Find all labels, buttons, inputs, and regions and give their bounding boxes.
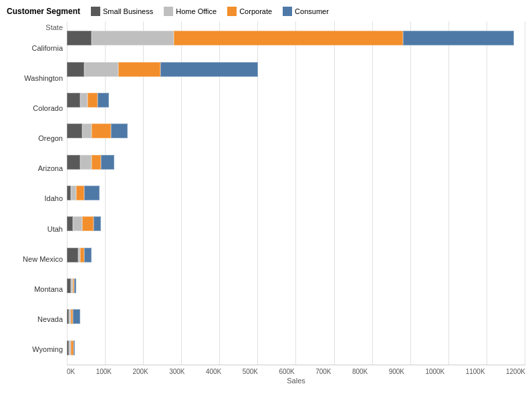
bar-oregon-home xyxy=(82,124,92,138)
x-tick-2: 200K xyxy=(132,368,148,375)
bar-california-corporate xyxy=(174,31,403,45)
bar-idaho-home xyxy=(71,186,77,200)
bar-california-small xyxy=(67,31,92,45)
x-tick-12: 1200K xyxy=(506,368,525,375)
bar-row-colorado xyxy=(67,93,525,108)
bar-row-wyoming xyxy=(67,341,525,355)
x-axis: 0K100K200K300K400K500K600K700K800K900K10… xyxy=(67,365,525,391)
bar-washington-home xyxy=(84,62,118,77)
bar-utah-consumer xyxy=(94,216,101,231)
bar-california-home xyxy=(92,31,174,45)
legend: Customer Segment Small Business Home Off… xyxy=(7,7,525,16)
x-tick-4: 400K xyxy=(206,368,221,375)
bar-idaho-consumer xyxy=(84,186,100,200)
bar-oregon-corporate xyxy=(92,124,111,138)
bar-row-utah xyxy=(67,216,525,231)
y-label-washington: Washington xyxy=(7,75,67,82)
home-office-swatch xyxy=(164,7,173,16)
corporate-swatch xyxy=(227,7,237,16)
y-axis-state-header: State xyxy=(7,21,67,33)
y-label-new-mexico: New Mexico xyxy=(7,256,67,263)
legend-item-corporate: Corporate xyxy=(227,7,272,16)
y-label-montana: Montana xyxy=(7,286,67,293)
y-label-colorado: Colorado xyxy=(7,105,67,112)
bar-arizona-small xyxy=(67,155,80,170)
bar-row-montana xyxy=(67,278,525,293)
bar-colorado-home xyxy=(80,93,88,108)
legend-item-home: Home Office xyxy=(164,7,217,16)
bar-washington-corporate xyxy=(118,62,160,77)
x-tick-1: 100K xyxy=(96,368,112,375)
y-labels-states: CaliforniaWashingtonColoradoOregonArizon… xyxy=(7,33,67,365)
legend-label-home: Home Office xyxy=(176,7,217,15)
bar-montana-consumer xyxy=(74,278,76,293)
y-axis-labels: StateCaliforniaWashingtonColoradoOregonA… xyxy=(7,21,67,391)
bar-colorado-corporate xyxy=(88,93,97,108)
bar-washington-small xyxy=(67,62,84,77)
bar-row-new-mexico xyxy=(67,248,525,262)
bar-row-california xyxy=(67,31,525,45)
y-label-arizona: Arizona xyxy=(7,165,67,172)
bar-arizona-corporate xyxy=(92,155,101,170)
small-business-swatch xyxy=(91,7,100,16)
x-ticks: 0K100K200K300K400K500K600K700K800K900K10… xyxy=(67,365,525,375)
bar-row-nevada xyxy=(67,309,525,324)
bar-colorado-small xyxy=(67,93,80,108)
bar-new-mexico-consumer xyxy=(84,248,92,262)
chart-container: Customer Segment Small Business Home Off… xyxy=(0,0,532,398)
bar-new-mexico-small xyxy=(67,248,78,262)
x-tick-3: 300K xyxy=(169,368,184,375)
bars-and-grid: 0K100K200K300K400K500K600K700K800K900K10… xyxy=(67,21,525,391)
y-label-oregon: Oregon xyxy=(7,135,67,142)
x-tick-8: 800K xyxy=(352,368,368,375)
bars-wrapper xyxy=(67,21,525,365)
legend-title: Customer Segment xyxy=(7,7,80,16)
y-label-idaho: Idaho xyxy=(7,195,67,202)
legend-label-corporate: Corporate xyxy=(239,7,272,15)
x-tick-5: 500K xyxy=(243,368,258,375)
bar-row-idaho xyxy=(67,186,525,200)
bar-row-washington xyxy=(67,62,525,77)
bar-oregon-small xyxy=(67,124,82,138)
chart-body: StateCaliforniaWashingtonColoradoOregonA… xyxy=(7,21,525,391)
bar-arizona-home xyxy=(80,155,92,170)
legend-label-small: Small Business xyxy=(103,7,153,15)
bar-utah-small xyxy=(67,216,73,231)
bar-arizona-consumer xyxy=(101,155,114,170)
x-tick-10: 1000K xyxy=(425,368,444,375)
bar-row-arizona xyxy=(67,155,525,170)
bar-wyoming-consumer xyxy=(74,341,75,355)
x-tick-7: 700K xyxy=(315,368,331,375)
legend-label-consumer: Consumer xyxy=(295,7,329,15)
legend-item-small: Small Business xyxy=(91,7,153,16)
consumer-swatch xyxy=(283,7,292,16)
x-axis-label: Sales xyxy=(67,375,525,385)
bar-idaho-corporate xyxy=(76,186,84,200)
bar-row-oregon xyxy=(67,124,525,138)
bar-nevada-consumer xyxy=(73,309,80,324)
x-tick-11: 1100K xyxy=(466,368,485,375)
bar-colorado-consumer xyxy=(98,93,109,108)
bar-california-consumer xyxy=(403,31,514,45)
y-label-wyoming: Wyoming xyxy=(7,346,67,353)
x-tick-6: 600K xyxy=(279,368,294,375)
bar-utah-corporate xyxy=(82,216,94,231)
bar-utah-home xyxy=(73,216,82,231)
y-label-california: California xyxy=(7,45,67,52)
x-tick-0: 0K xyxy=(67,368,75,375)
y-label-utah: Utah xyxy=(7,226,67,233)
chart-area: 0K100K200K300K400K500K600K700K800K900K10… xyxy=(67,21,525,391)
legend-item-consumer: Consumer xyxy=(283,7,329,16)
bar-oregon-consumer xyxy=(111,124,128,138)
bar-washington-consumer xyxy=(160,62,258,77)
x-tick-9: 900K xyxy=(389,368,404,375)
y-label-nevada: Nevada xyxy=(7,316,67,323)
